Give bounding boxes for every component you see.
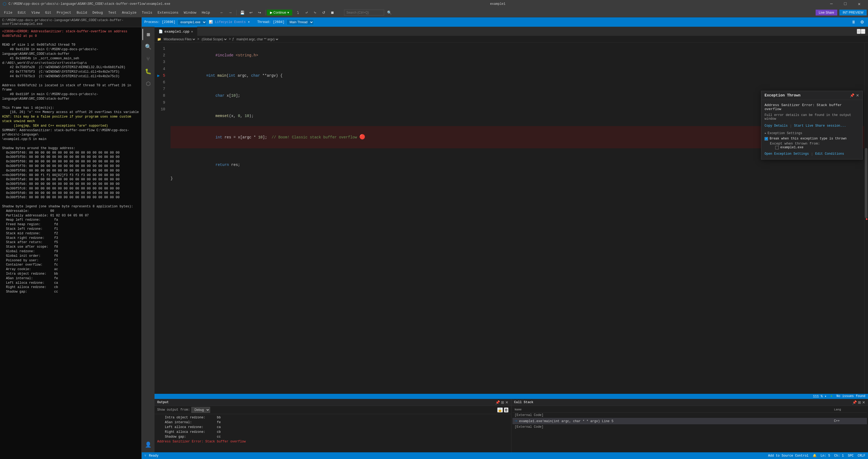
output-close-btn[interactable]: ✕	[505, 400, 508, 404]
debug-pause-icon[interactable]: ⏸	[850, 19, 857, 25]
menu-debug[interactable]: Debug	[90, 10, 105, 16]
call-stack-close-btn[interactable]: ✕	[862, 400, 865, 404]
menu-help[interactable]: Help	[199, 10, 213, 16]
search-input[interactable]	[344, 10, 384, 15]
breadcrumb-files-select[interactable]: Miscellaneous Files	[162, 37, 196, 41]
live-share-button[interactable]: Live Share	[816, 10, 837, 15]
terminal-line	[2, 141, 139, 146]
breadcrumb-scope-select[interactable]: (Global Scope)	[200, 37, 227, 41]
call-stack-name-1: [External Code]	[513, 413, 832, 418]
continue-button[interactable]: ▶ Continue ▾	[267, 10, 292, 15]
debug-step-into[interactable]: ⤶	[303, 9, 310, 16]
call-stack-panel: Call Stack 📌 ⊞ ✕	[512, 399, 868, 452]
thread-select[interactable]: Main Thread	[286, 19, 314, 25]
search-icon-btn[interactable]: 🔍	[386, 9, 393, 16]
activity-search[interactable]: 🔍	[143, 41, 154, 52]
output-split-btn[interactable]: ⊞	[501, 400, 504, 404]
live-share-link[interactable]: Start Live Share session...	[794, 124, 846, 128]
menu-window[interactable]: Window	[181, 10, 199, 16]
edit-conditions-link[interactable]: Edit Conditions	[815, 152, 844, 156]
lifecycle-label: Lifecycle Events	[215, 20, 246, 24]
scrollbar-track[interactable]	[864, 43, 868, 394]
tab-example1[interactable]: 📄 example1.cpp ✕	[155, 27, 197, 36]
tab-close-icon[interactable]: ✕	[191, 30, 193, 34]
output-line-2: ASan internal: fe	[157, 420, 508, 425]
call-stack-header: Call Stack 📌 ⊞ ✕	[512, 399, 868, 406]
toolbar-redo[interactable]: ↪	[256, 9, 263, 16]
menu-extensions[interactable]: Extensions	[155, 10, 181, 16]
minimize-button[interactable]: ─	[825, 0, 838, 8]
debug-settings-icon[interactable]: ⚙	[859, 19, 865, 25]
debug-step-out[interactable]: ⤷	[311, 9, 319, 16]
popup-pin-button[interactable]: 📌	[850, 93, 855, 98]
add-source-label[interactable]: Add to Source Control	[768, 454, 808, 458]
notification-icon: 🔔	[813, 454, 817, 458]
menu-view[interactable]: View	[29, 10, 42, 16]
terminal-line: Stack mid redzone: f2	[2, 231, 139, 236]
menu-file[interactable]: File	[1, 10, 15, 16]
split-editor-btn[interactable]: ⊞	[857, 29, 861, 34]
output-scroll-lock[interactable]: 🔒	[497, 407, 503, 413]
toolbar-forward[interactable]: →	[227, 9, 234, 16]
menu-tools[interactable]: Tools	[139, 10, 155, 16]
output-line-6: Address Sanitizer Error: Stack buffer ov…	[157, 439, 508, 444]
process-select[interactable]: example1.exe	[178, 19, 207, 25]
output-line-1: Intra object redzone: bb	[157, 415, 508, 420]
terminal-line: 0x300f5f80: 00 00 00 00 00 00 00 00 00 0…	[2, 169, 139, 173]
code-line-1: #include <string.h>	[170, 45, 865, 66]
line-num-4: 4	[155, 66, 165, 72]
output-clear[interactable]: 🗑	[504, 407, 508, 413]
terminal-line: Shadow bytes around the buggy address:	[2, 146, 139, 151]
menu-project[interactable]: Project	[54, 10, 74, 16]
scrollbar-thumb[interactable]	[865, 148, 867, 218]
breadcrumb-fn-select[interactable]: main(int argc, char ** argv)	[236, 37, 279, 41]
output-pin-btn[interactable]: 📌	[495, 400, 500, 404]
menu-test[interactable]: Test	[105, 10, 119, 16]
code-line-2: ⊟int main(int argc, char **argv) {	[170, 66, 865, 86]
copy-details-link[interactable]: Copy Details	[765, 124, 787, 128]
terminal-line: 0x300f5f40: 00 00 00 00 00 00 00 00 00 0…	[2, 151, 139, 155]
menu-analyze[interactable]: Analyze	[119, 10, 139, 16]
vscode-icon: ⬡	[3, 1, 6, 7]
except-label: Except when thrown from:	[770, 141, 859, 145]
lifecycle-dropdown[interactable]: ▾	[248, 20, 250, 24]
activity-extensions[interactable]: ⬡	[143, 78, 154, 89]
call-stack-split-btn[interactable]: ⊞	[858, 400, 861, 404]
thread-label: Thread:	[257, 20, 271, 24]
show-output-label: Show output from:	[157, 408, 190, 412]
int-preview-button[interactable]: INT PREVIEW	[839, 10, 867, 15]
editor-container: 📄 example1.cpp ✕ ⊞ ⋯ 📁 Miscell	[155, 27, 868, 452]
open-settings-link[interactable]: Open Exception Settings	[765, 152, 809, 156]
file-checkbox[interactable]	[775, 146, 779, 149]
break-checkbox[interactable]: ✓	[765, 137, 768, 140]
table-row[interactable]: [External Code]	[513, 413, 867, 418]
activity-debug[interactable]: 🐛	[143, 66, 154, 77]
toolbar-back[interactable]: ←	[218, 9, 226, 16]
exception-error-title: Address Sanitizer Error: Stack buffer ov…	[765, 103, 859, 111]
toolbar-undo[interactable]: ↩	[247, 9, 255, 16]
debug-step-over[interactable]: ⤵	[294, 9, 302, 16]
toolbar-save[interactable]: 💾	[239, 9, 246, 16]
lifecycle-btn[interactable]: 📊	[209, 20, 213, 24]
table-row[interactable]: [External Code]	[513, 424, 867, 430]
terminal-line: This frame has 1 object(s):	[2, 106, 139, 110]
menu-build[interactable]: Build	[74, 10, 90, 16]
popup-close-button[interactable]: ✕	[856, 93, 859, 98]
activity-git[interactable]: ⑂	[143, 54, 154, 65]
terminal-line: [16, 26) 'x' <== Memory access at offset…	[2, 110, 139, 114]
exception-settings: ▸ Exception Settings ✓ Break when this e…	[765, 131, 859, 156]
activity-explorer[interactable]: ⊞	[143, 29, 154, 40]
menu-edit[interactable]: Edit	[15, 10, 29, 16]
output-source-select[interactable]: Debug	[191, 407, 210, 413]
more-actions-btn[interactable]: ⋯	[861, 29, 865, 34]
close-button[interactable]: ✕	[853, 0, 865, 8]
table-row[interactable]: → example1.exe!main(int argc, char * * a…	[513, 418, 867, 424]
debug-restart[interactable]: ↺	[320, 9, 328, 16]
call-stack-pin-btn[interactable]: 📌	[852, 400, 857, 404]
activity-account[interactable]: 👤	[143, 439, 154, 450]
debug-stop[interactable]: ⏹	[329, 9, 336, 16]
terminal-line	[2, 79, 139, 84]
maximize-button[interactable]: □	[839, 0, 851, 8]
tab-label: example1.cpp	[164, 30, 189, 34]
menu-git[interactable]: Git	[42, 10, 54, 16]
